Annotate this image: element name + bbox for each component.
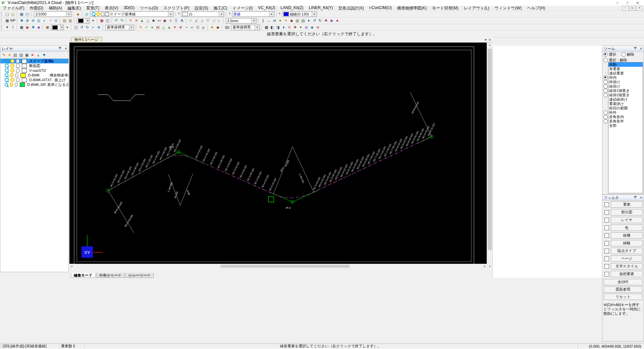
lightbulb-icon[interactable] [10, 68, 14, 72]
toolbar-icon[interactable]: ▾ [90, 18, 96, 23]
toolbar-icon[interactable]: ▤ [62, 18, 67, 23]
toolbar-icon[interactable]: ⊙ [53, 18, 59, 23]
mode-tab[interactable]: 編集モード [71, 273, 96, 278]
menu-item[interactable]: 作図(D) [27, 5, 46, 11]
layer-row[interactable]: D-BMK-SRVR基準となる点(測 [0, 82, 68, 87]
menu-item[interactable]: i-ConCIM(U) [367, 5, 394, 11]
favorite-star-icon[interactable]: ★ [8, 53, 11, 57]
toolbar-icon[interactable]: ◨ [275, 24, 281, 30]
menu-item[interactable]: レイアウト(L) [461, 5, 492, 11]
toolbar-icon[interactable]: ✎ [138, 24, 144, 30]
toolbar-icon[interactable]: ◉ [24, 24, 30, 30]
toolbar-icon[interactable]: ▲ [139, 18, 145, 23]
pin-icon[interactable] [634, 47, 637, 50]
menu-item[interactable]: VC_Kit(J) [255, 5, 278, 11]
filter-action-button[interactable]: 図面参照 [604, 286, 642, 293]
layer-settings-icon[interactable]: ◈ [75, 11, 81, 17]
toolbar-icon[interactable]: ▣ [99, 18, 105, 23]
selection-method-item[interactable]: 単要素 [608, 67, 643, 71]
toolbar-icon[interactable]: ✕ [133, 18, 139, 23]
scale-combo[interactable]: 1/1000▼ [34, 11, 71, 17]
hand-icon[interactable] [16, 68, 19, 72]
filter-button[interactable]: 線幅 [611, 240, 643, 246]
horizontal-scrollbar[interactable]: ◄ ► [69, 264, 487, 268]
toolbar-icon[interactable]: ◉ [162, 18, 168, 23]
cross-section-shape[interactable] [98, 95, 145, 101]
linewidth-combo[interactable]: 細線(0.130) ▼ [282, 11, 317, 17]
toolbar-icon[interactable]: ▦ [4, 18, 10, 23]
chevron-down-icon[interactable]: ▼ [219, 12, 224, 16]
toolbar-icon[interactable]: ▨ [300, 18, 306, 23]
menu-item[interactable]: 交差点設計(X) [336, 5, 367, 11]
selection-method-item[interactable]: 要素掛け [608, 102, 643, 106]
maximize-button[interactable]: □ [623, 0, 633, 5]
selection-method-item[interactable]: 連続線掛け [608, 97, 643, 102]
toolbar-icon[interactable]: ↷ [119, 18, 125, 23]
menu-item[interactable]: 表示(V) [102, 5, 121, 11]
scroll-left-icon[interactable]: ◄ [69, 264, 74, 268]
menu-item[interactable]: 施工(C) [211, 5, 230, 11]
toolbar-icon[interactable]: ✚ [19, 18, 24, 23]
vertical-scrollbar[interactable]: ▲ ▼ [487, 43, 492, 268]
document-tab[interactable]: 物件1 1ページ [71, 37, 102, 42]
toolbar-icon[interactable]: A [179, 18, 185, 23]
mdi-close-button[interactable]: ✕ [636, 6, 643, 11]
toolbar-icon[interactable]: ✓ [144, 24, 149, 30]
menu-item[interactable]: スクリプト(P) [161, 5, 192, 11]
menu-item[interactable]: LAND_Kit(Z) [278, 5, 306, 11]
lightbulb-icon[interactable] [10, 64, 14, 68]
checkbox[interactable] [604, 249, 609, 253]
magnifier-icon[interactable] [5, 83, 8, 87]
layer-row[interactable]: D-BMK構造物基準線 [0, 73, 68, 78]
toolbar-icon[interactable]: ✚ [292, 24, 298, 30]
minimize-button[interactable]: ─ [612, 0, 623, 5]
toolbar-icon[interactable]: ▽ [205, 18, 211, 23]
toolbar-icon[interactable]: μ [201, 24, 206, 30]
radio-icon[interactable] [603, 80, 608, 84]
toolbar-icon[interactable]: ✚ [30, 24, 36, 30]
toolbar-icon[interactable]: ★ [277, 18, 283, 23]
menu-item[interactable]: ファイル(F) [0, 5, 27, 11]
toolbar-icon[interactable]: ↻ [85, 24, 90, 30]
toolbar-icon[interactable]: ♦ [306, 18, 312, 23]
toolbar-icon[interactable]: Ω [195, 24, 201, 30]
selection-method-item[interactable]: 前回の範囲 [608, 106, 643, 110]
checkbox[interactable] [604, 233, 609, 238]
toolbar-icon[interactable]: ↻ [317, 18, 323, 23]
toolbar-icon[interactable]: ↺ [312, 18, 317, 23]
checkbox[interactable] [604, 241, 609, 246]
coord-system-2-combo[interactable]: 基準座標系▼ [231, 25, 260, 30]
toolbar-icon[interactable]: ◫ [73, 24, 79, 30]
drawing-canvas[interactable]: NO.0+20.000NO.0+40.000NO.0+60.000NO.0+80… [69, 43, 487, 268]
chevron-down-icon[interactable]: ▼ [60, 25, 63, 30]
close-icon[interactable]: ✕ [640, 47, 642, 50]
menu-item[interactable]: 構造物標準図(K) [394, 5, 429, 11]
menu-item[interactable]: 変形(T) [84, 5, 102, 11]
swatch-combo[interactable]: ▼ [77, 18, 90, 23]
chevron-down-icon[interactable]: ▼ [251, 18, 256, 23]
filter-button[interactable]: 色 [611, 225, 643, 231]
radio-icon[interactable] [603, 52, 608, 57]
radio-icon[interactable] [603, 93, 608, 97]
toolbar-icon[interactable]: ▭ [156, 18, 162, 23]
mode-tab[interactable]: 朱書きモード [96, 273, 125, 278]
insert-layer-icon[interactable]: ▥ [19, 53, 23, 57]
checkbox[interactable] [604, 226, 609, 230]
menu-item[interactable]: 3D(G) [121, 5, 137, 11]
close-icon[interactable]: ✕ [64, 47, 67, 50]
toolbar-icon[interactable]: ≡ [168, 18, 173, 23]
toolbar-icon[interactable]: ▾ [298, 24, 304, 30]
toolbar-icon[interactable]: ✚ [323, 18, 329, 23]
radio-icon[interactable] [603, 84, 608, 89]
toolbar-icon[interactable]: △ [145, 18, 151, 23]
coord-system-1-combo[interactable]: 基準座標系▼ [105, 25, 134, 30]
edit-pencil-icon[interactable]: ✎ [2, 53, 6, 57]
hand-icon[interactable] [15, 73, 18, 77]
magnifier-icon[interactable] [5, 78, 9, 82]
magnifier-icon[interactable] [5, 68, 9, 72]
checkbox[interactable] [604, 272, 609, 277]
toolbar-icon[interactable]: ◔ [47, 18, 53, 23]
close-button[interactable]: ✕ [633, 0, 643, 5]
selection-method-item[interactable]: 枠外 [608, 110, 643, 115]
swatch-combo[interactable]: ▼ [51, 25, 64, 30]
